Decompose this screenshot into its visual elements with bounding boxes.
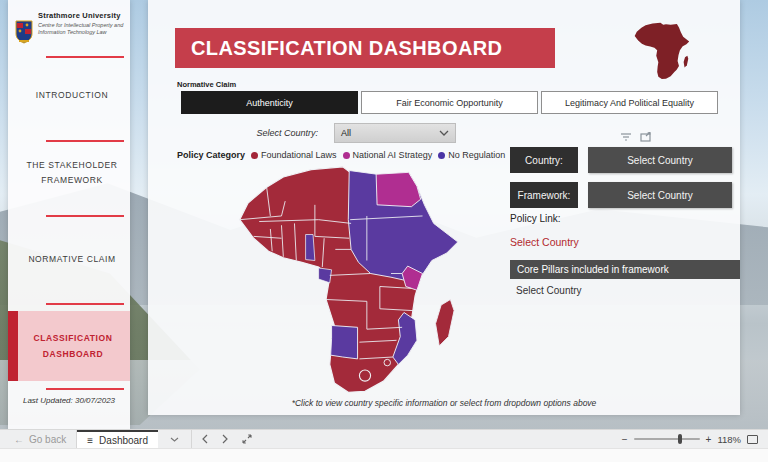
normative-claim-label: Normative Claim — [177, 80, 236, 89]
focus-mode-icon[interactable] — [640, 132, 651, 142]
sidebar-divider — [46, 388, 124, 390]
map-region-madagascar[interactable] — [436, 299, 455, 345]
bottom-strip — [0, 448, 768, 462]
page-list-chevron[interactable] — [158, 437, 191, 442]
framework-label: Framework: — [510, 182, 578, 208]
last-updated-label: Last Updated: — [23, 396, 73, 405]
powerbi-bottom-bar: ← Go back ≡ Dashboard − — [0, 429, 768, 448]
tab-fair-economic-opportunity[interactable]: Fair Economic Opportunity — [361, 91, 538, 114]
sidebar-divider — [46, 56, 124, 58]
fit-to-page-icon[interactable] — [747, 435, 758, 444]
country-selector-row: Country: Select Country — [510, 147, 732, 173]
last-updated-value: 30/07/2023 — [75, 396, 115, 405]
tab-legitimacy-political-equality[interactable]: Legitimacy And Political Equality — [541, 91, 718, 114]
last-updated: Last Updated: 30/07/2023 — [8, 396, 130, 405]
select-country-label: Select Country: — [208, 128, 318, 138]
back-arrow-icon: ← — [14, 434, 24, 445]
country-dropdown-value: All — [341, 128, 351, 138]
sidebar-divider — [46, 303, 124, 305]
sidebar-item-normative-claim[interactable]: NORMATIVE CLAIM — [18, 252, 126, 267]
sidebar-divider — [46, 215, 124, 217]
africa-logo-icon — [626, 22, 706, 80]
page-title: CLASSIFICATION DASHBOARD — [175, 28, 555, 68]
university-name: Strathmore University — [38, 11, 126, 20]
legend-label: Foundational Laws — [261, 150, 337, 160]
fullscreen-expand-icon[interactable] — [242, 434, 252, 444]
zoom-in-icon[interactable]: + — [706, 434, 712, 445]
tab-authenticity[interactable]: Authenticity — [181, 91, 358, 114]
africa-choropleth-map[interactable] — [220, 164, 510, 396]
go-back-label: Go back — [29, 434, 66, 445]
legend-item-no-regulation: No Regulation — [438, 150, 505, 160]
legend-item-foundational-laws: Foundational Laws — [251, 150, 337, 160]
country-label: Country: — [510, 147, 578, 173]
legend-title: Policy Category — [177, 150, 245, 160]
go-back-button[interactable]: ← Go back — [0, 434, 76, 445]
footer-note: *Click to view country specific informat… — [148, 398, 740, 408]
legend-dot-icon — [343, 152, 350, 159]
map-region-egypt-strategy[interactable] — [376, 172, 421, 206]
chevron-down-icon — [439, 130, 449, 136]
zoom-controls: − + 118% — [622, 434, 768, 445]
legend-item-national-ai-strategy: National AI Strategy — [343, 150, 433, 160]
zoom-slider[interactable] — [634, 438, 700, 440]
core-pillars-header: Core Pillars included in framework — [510, 260, 740, 279]
legend-label: No Regulation — [448, 150, 505, 160]
sidebar-divider — [46, 140, 124, 142]
previous-page-icon[interactable] — [202, 434, 208, 444]
legend-dot-icon — [251, 152, 258, 159]
sidebar: Strathmore University Centre for Intelle… — [8, 0, 130, 430]
zoom-out-icon[interactable]: − — [622, 434, 628, 445]
core-pillars-value: Select Country — [516, 285, 582, 296]
legend-label: National AI Strategy — [353, 150, 433, 160]
university-crest-icon — [14, 10, 34, 54]
filter-icon[interactable] — [620, 132, 632, 142]
map-legend: Policy Category Foundational Laws Nation… — [177, 150, 505, 160]
framework-selector-row: Framework: Select Country — [510, 182, 732, 208]
visual-header-icons — [620, 132, 651, 142]
map-region-gabon-no-regulation[interactable] — [319, 268, 332, 283]
page-tab-dashboard[interactable]: ≡ Dashboard — [77, 430, 158, 449]
report-canvas: Strathmore University Centre for Intelle… — [0, 0, 768, 462]
dashboard-page: CLASSIFICATION DASHBOARD Normative Claim… — [148, 0, 740, 415]
country-dropdown[interactable]: All — [334, 123, 456, 143]
page-tab-label: Dashboard — [99, 435, 148, 446]
framework-select-button[interactable]: Select Country — [588, 182, 732, 208]
zoom-level: 118% — [717, 434, 741, 445]
sidebar-item-classification-dashboard[interactable]: CLASSIFICATION DASHBOARD — [8, 311, 130, 381]
university-logo-block: Strathmore University Centre for Intelle… — [8, 6, 130, 54]
policy-link-value[interactable]: Select Country — [510, 236, 579, 248]
active-item-accent-bar — [8, 311, 18, 381]
sidebar-item-introduction[interactable]: INTRODUCTION — [18, 88, 126, 103]
country-select-button[interactable]: Select Country — [588, 147, 732, 173]
normative-claim-tabs: Authenticity Fair Economic Opportunity L… — [181, 91, 718, 114]
zoom-slider-handle[interactable] — [678, 434, 682, 444]
page-nav — [192, 434, 262, 444]
chevron-down-icon — [170, 437, 179, 442]
legend-dot-icon — [438, 152, 445, 159]
sidebar-item-stakeholder-framework[interactable]: THE STAKEHOLDER FRAMEWORK — [18, 158, 126, 189]
policy-link-label: Policy Link: — [510, 213, 561, 224]
sidebar-item-label: CLASSIFICATION DASHBOARD — [8, 330, 130, 362]
map-region-namibia-no-regulation[interactable] — [331, 325, 358, 358]
university-subtitle: Centre for Intellectual Property and Inf… — [38, 22, 126, 36]
next-page-icon[interactable] — [222, 434, 228, 444]
map-region-benin-no-regulation[interactable] — [306, 235, 315, 261]
menu-icon: ≡ — [87, 435, 93, 446]
